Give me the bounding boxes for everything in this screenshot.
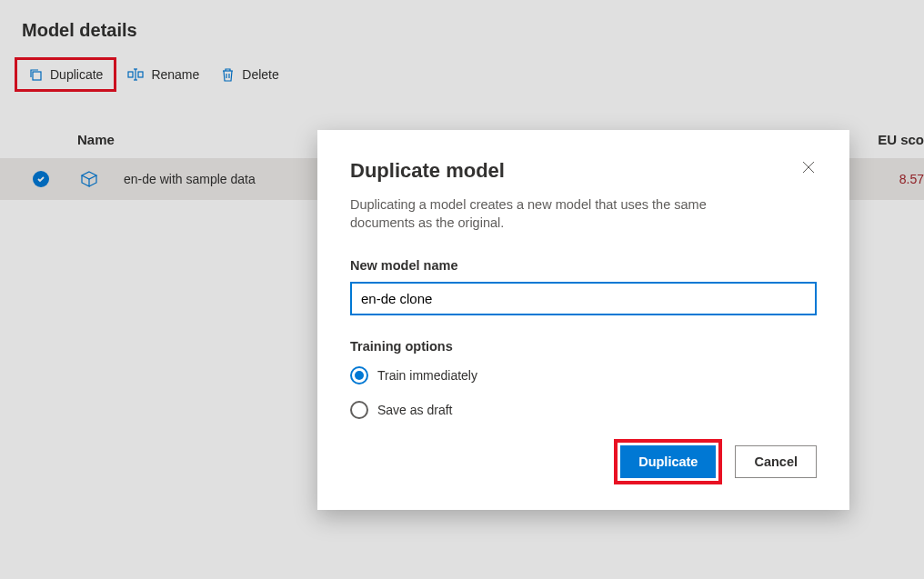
- radio-save-draft[interactable]: Save as draft: [350, 401, 817, 419]
- name-field-label: New model name: [350, 258, 817, 273]
- dialog-description: Duplicating a model creates a new model …: [350, 195, 768, 233]
- radio-train-immediately[interactable]: Train immediately: [350, 366, 817, 384]
- dialog-footer: Duplicate Cancel: [350, 439, 817, 484]
- highlight-duplicate-confirm: Duplicate: [614, 439, 722, 484]
- dialog-title: Duplicate model: [350, 159, 505, 183]
- training-options-label: Training options: [350, 339, 817, 354]
- cancel-button[interactable]: Cancel: [735, 445, 817, 478]
- confirm-duplicate-button[interactable]: Duplicate: [620, 445, 716, 478]
- model-name-input[interactable]: [350, 282, 817, 315]
- training-options: Train immediately Save as draft: [350, 366, 817, 419]
- modal-overlay: Duplicate model Duplicating a model crea…: [0, 0, 924, 579]
- duplicate-dialog: Duplicate model Duplicating a model crea…: [317, 130, 849, 510]
- radio-icon: [350, 366, 368, 384]
- radio-save-label: Save as draft: [377, 403, 453, 417]
- radio-icon: [350, 401, 368, 419]
- close-icon[interactable]: [800, 159, 817, 175]
- radio-train-label: Train immediately: [377, 368, 477, 383]
